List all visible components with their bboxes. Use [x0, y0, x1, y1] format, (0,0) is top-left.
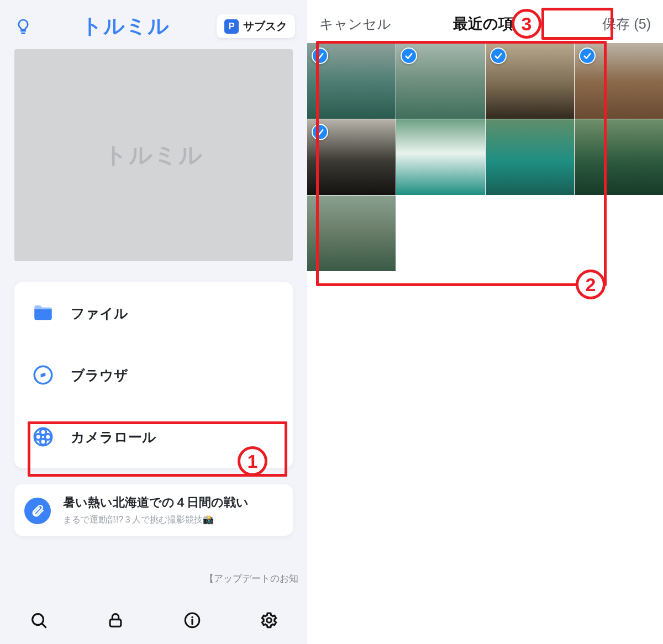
menu-item-files[interactable]: ファイル — [24, 282, 283, 344]
svg-point-12 — [191, 616, 193, 618]
svg-line-8 — [42, 624, 45, 627]
subscribe-badge-icon: P — [224, 19, 239, 34]
update-note: 【アップデートのお知 — [204, 572, 298, 585]
news-text-wrap: 暑い熱い北海道での４日間の戦い まるで運動部!?３人で挑む撮影競技📸 — [63, 494, 249, 526]
news-subtitle: まるで運動部!?３人で挑む撮影競技📸 — [63, 514, 249, 526]
annotation-marker-1: 1 — [238, 446, 267, 476]
hero-placeholder: トルミル — [14, 49, 293, 261]
menu-item-label: ブラウザ — [71, 366, 128, 384]
tab-lock[interactable] — [100, 605, 131, 636]
annotation-marker-2: 2 — [576, 270, 606, 299]
news-title: 暑い熱い北海道での４日間の戦い — [63, 494, 249, 511]
tab-info[interactable] — [177, 605, 208, 636]
bottom-tab-bar — [0, 597, 307, 644]
subscribe-label: サブスク — [243, 19, 287, 34]
annotation-box-3 — [541, 8, 613, 40]
left-topbar: トルミル P サブスク — [0, 0, 307, 46]
subscribe-button[interactable]: P サブスク — [217, 14, 295, 38]
left-app-screen: トルミル P サブスク トルミル ファイル ブラウザ — [0, 0, 307, 644]
svg-point-13 — [266, 618, 271, 623]
svg-marker-1 — [41, 373, 46, 378]
menu-item-browser[interactable]: ブラウザ — [24, 344, 283, 406]
paperclip-icon — [24, 498, 51, 524]
news-card[interactable]: 暑い熱い北海道での４日間の戦い まるで運動部!?３人で挑む撮影競技📸 — [14, 484, 293, 536]
tab-settings[interactable] — [254, 605, 285, 636]
folder-icon — [30, 300, 56, 326]
app-title: トルミル — [81, 12, 170, 40]
annotation-marker-3: 3 — [512, 9, 541, 39]
tab-search[interactable] — [23, 605, 54, 636]
hero-text: トルミル — [104, 140, 203, 171]
compass-icon — [30, 362, 56, 388]
annotation-box-2 — [316, 41, 607, 286]
svg-rect-9 — [110, 620, 121, 627]
menu-item-label: ファイル — [71, 304, 128, 323]
lightbulb-icon[interactable] — [12, 15, 34, 38]
cancel-button[interactable]: キャンセル — [319, 15, 391, 33]
